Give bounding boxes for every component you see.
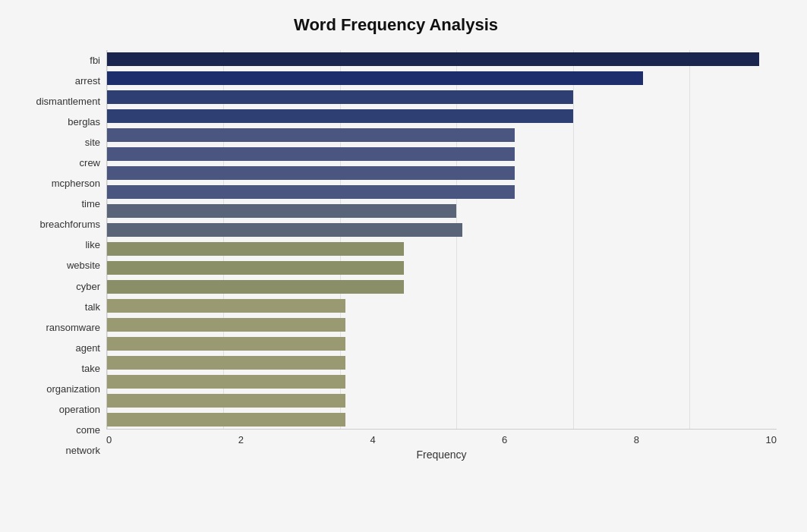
- x-tick: 6: [502, 434, 507, 445]
- bar-row: [107, 334, 777, 353]
- x-tick: 8: [634, 434, 639, 445]
- y-label: fbi: [90, 55, 100, 65]
- y-label: dismantlement: [36, 96, 100, 106]
- y-label: organization: [46, 384, 100, 394]
- y-label: cyber: [76, 282, 100, 291]
- bar-row: [107, 50, 777, 69]
- y-label: ransomware: [46, 323, 100, 332]
- bar-row: [107, 353, 777, 372]
- bar: [107, 204, 456, 218]
- bar-row: [107, 372, 777, 391]
- bar: [107, 223, 462, 237]
- y-label: website: [67, 260, 100, 270]
- x-tick: 2: [238, 434, 244, 445]
- bar-row: [107, 258, 777, 277]
- bar-row: [107, 202, 777, 221]
- bar: [107, 280, 404, 294]
- chart-area: fbiarrestdismantlementberglassitecrewmcp…: [15, 50, 777, 461]
- y-label: network: [65, 445, 100, 455]
- bar-row: [107, 315, 777, 334]
- bar: [107, 90, 573, 104]
- bar-row: [107, 221, 777, 240]
- y-label: berglas: [68, 117, 100, 127]
- bar-row: [107, 183, 777, 202]
- x-tick: 10: [766, 434, 777, 445]
- bar-row: [107, 410, 777, 429]
- bar: [107, 299, 345, 313]
- y-label: come: [76, 425, 100, 435]
- bars-and-x: 0246810 Frequency: [106, 50, 777, 461]
- bar-row: [107, 164, 777, 183]
- bar-row: [107, 69, 777, 88]
- x-tick: 0: [106, 434, 112, 445]
- x-tick: 4: [370, 434, 375, 445]
- y-label: talk: [85, 302, 100, 312]
- bar: [107, 52, 759, 66]
- bars-area: [106, 50, 777, 430]
- x-axis-label: Frequency: [106, 449, 777, 461]
- bar: [107, 185, 515, 199]
- y-label: take: [81, 364, 100, 373]
- bar: [107, 261, 404, 275]
- bar: [107, 413, 345, 427]
- bar: [107, 356, 345, 370]
- bar-row: [107, 126, 777, 145]
- y-label: crew: [80, 158, 100, 168]
- bar-row: [107, 391, 777, 410]
- x-axis: 0246810: [106, 430, 777, 445]
- y-labels: fbiarrestdismantlementberglassitecrewmcp…: [15, 50, 106, 461]
- y-label: operation: [59, 405, 100, 414]
- y-label: mcpherson: [52, 178, 100, 188]
- y-label: breachforums: [40, 219, 100, 229]
- bar-row: [107, 145, 777, 164]
- bars-rows: [107, 50, 777, 429]
- bar-row: [107, 88, 777, 107]
- bar: [107, 71, 643, 85]
- bar: [107, 166, 515, 180]
- y-label: arrest: [75, 76, 100, 86]
- bar: [107, 318, 345, 332]
- bar: [107, 394, 345, 408]
- bar-row: [107, 107, 777, 126]
- bar: [107, 337, 345, 351]
- bar-row: [107, 296, 777, 315]
- bar-row: [107, 277, 777, 296]
- bar-row: [107, 240, 777, 259]
- chart-title: Word Frequency Analysis: [15, 15, 777, 35]
- bar: [107, 375, 345, 389]
- chart-container: Word Frequency Analysis fbiarrestdismant…: [0, 0, 807, 532]
- y-label: like: [85, 240, 100, 250]
- bar: [107, 128, 515, 142]
- bar: [107, 109, 573, 123]
- y-label: agent: [75, 343, 100, 353]
- bar: [107, 147, 515, 161]
- y-label: time: [81, 199, 100, 209]
- y-label: site: [85, 137, 100, 147]
- bar: [107, 242, 404, 256]
